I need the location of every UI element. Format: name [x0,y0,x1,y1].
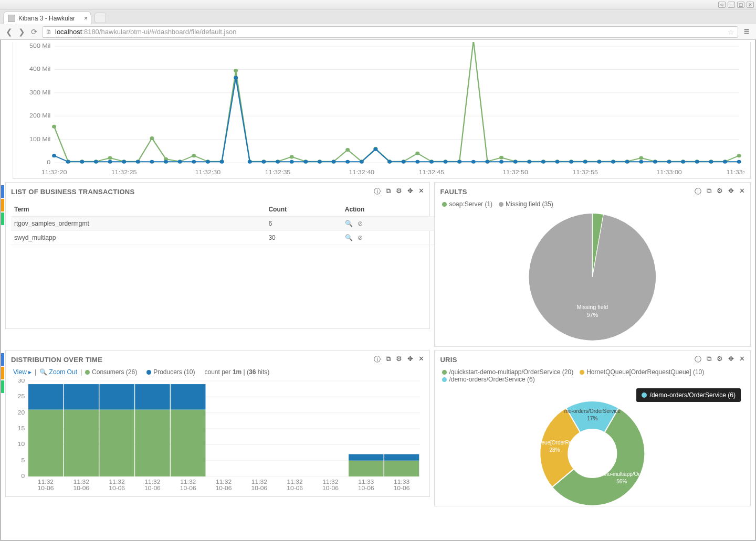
bookmark-star-icon[interactable]: ☆ [728,28,734,36]
svg-text:17%: 17% [587,416,598,421]
maximize-button[interactable]: ▢ [737,2,744,8]
copy-icon[interactable]: ⧉ [386,355,391,364]
gear-icon[interactable]: ⚙ [717,187,723,196]
svg-point-109 [569,160,573,164]
chart-uris-donut[interactable]: mo-multiapp/Or56%Queue[OrderReq28%mo-ord… [435,385,750,506]
svg-rect-167 [349,454,383,461]
view-link[interactable]: View ▸ [13,368,32,376]
svg-rect-147 [99,384,134,410]
svg-point-89 [290,160,294,164]
faults-legend: soap:Server (1)Missing field (35) [435,200,750,210]
gear-icon[interactable]: ⚙ [396,355,402,364]
svg-text:10-06: 10-06 [216,485,232,491]
copy-icon[interactable]: ⧉ [707,355,711,364]
legend-item[interactable]: Missing field (35) [499,200,553,208]
svg-point-84 [220,160,224,164]
page-icon: 🗎 [46,28,52,36]
th-action: Action [342,203,435,217]
svg-text:10-06: 10-06 [251,485,267,491]
url-bar[interactable]: 🗎 localhost:8180/hawkular/btm-ui/#/dashb… [42,26,738,38]
svg-point-74 [80,160,84,164]
browser-tab-strip: Kibana 3 - Hawkular × [0,9,756,24]
svg-point-121 [737,160,741,164]
minimize-button[interactable]: — [728,2,735,8]
svg-rect-143 [64,384,99,410]
svg-text:25: 25 [18,394,25,399]
close-icon[interactable]: ✕ [418,187,424,196]
distribution-toolbar: View ▸ | 🔍 Zoom Out | Consumers (26) Pro… [6,368,429,379]
close-window-button[interactable]: ✕ [747,2,754,8]
chart-top-timeseries[interactable]: 0100 Mil200 Mil300 Mil400 Mil500 Mil11:3… [18,42,745,178]
close-icon[interactable]: ✕ [739,355,745,364]
close-icon[interactable]: ✕ [418,355,424,364]
browser-nav-bar: ❮ ❯ ⟳ 🗎 localhost:8180/hawkular/btm-ui/#… [0,24,756,40]
panel-transactions: LIST OF BUSINESS TRANSACTIONS ⓘ ⧉ ⚙ ✥ ✕ … [5,182,430,329]
move-icon[interactable]: ✥ [407,355,413,364]
reload-button[interactable]: ⟳ [29,27,39,37]
forward-button[interactable]: ❯ [17,27,26,37]
svg-text:Missing field: Missing field [577,304,608,310]
svg-point-64 [639,156,643,160]
svg-text:10-06: 10-06 [144,485,161,491]
svg-rect-171 [384,454,419,461]
close-icon[interactable]: ✕ [739,187,745,196]
svg-point-108 [555,160,560,164]
back-button[interactable]: ❮ [4,27,14,37]
copy-icon[interactable]: ⧉ [707,187,711,196]
svg-point-88 [276,160,280,164]
search-icon[interactable]: 🔍 [345,220,353,227]
move-icon[interactable]: ✥ [728,187,734,196]
zoom-out-link[interactable]: 🔍 Zoom Out [39,368,77,376]
legend-producers[interactable]: Producers (10) [146,368,195,376]
hamburger-menu-button[interactable]: ≡ [741,26,752,37]
svg-text:11:32: 11:32 [287,479,303,484]
svg-text:11:32: 11:32 [144,479,160,484]
legend-item[interactable]: /demo-orders/OrderService (6) [442,376,534,383]
gear-icon[interactable]: ⚙ [396,187,402,196]
svg-text:11:33:00: 11:33:00 [656,169,682,175]
table-row[interactable]: rtgov_samples_ordermgmt 6 🔍 ⊘ [11,217,435,231]
move-icon[interactable]: ✥ [728,355,734,364]
svg-point-114 [639,160,643,164]
table-row[interactable]: swyd_multiapp 30 🔍 ⊘ [11,231,435,245]
browser-tab-active[interactable]: Kibana 3 - Hawkular × [3,12,91,24]
svg-text:300 Mil: 300 Mil [29,89,50,96]
svg-point-120 [723,160,727,164]
legend-item[interactable]: HornetQQueue[OrderRequestQueue] (10) [580,368,704,376]
legend-item[interactable]: soap:Server (1) [442,200,492,208]
th-term[interactable]: Term [11,203,265,217]
svg-point-54 [499,156,503,160]
svg-text:11:32:25: 11:32:25 [111,169,137,175]
ban-icon[interactable]: ⊘ [358,234,363,241]
svg-point-92 [332,160,336,164]
svg-point-106 [527,160,531,164]
svg-rect-142 [64,410,99,476]
dashboard-page: 0100 Mil200 Mil300 Mil400 Mil500 Mil11:3… [1,40,755,540]
copy-icon[interactable]: ⧉ [386,187,391,196]
svg-point-90 [303,160,308,164]
svg-point-95 [373,147,377,151]
info-icon[interactable]: ⓘ [695,187,701,196]
svg-text:5: 5 [22,457,25,463]
svg-text:97%: 97% [587,312,598,318]
svg-point-97 [402,160,406,164]
chart-faults-pie[interactable]: Missing field97% [435,210,750,346]
ban-icon[interactable]: ⊘ [358,220,363,227]
move-icon[interactable]: ✥ [407,187,413,196]
search-icon[interactable]: 🔍 [345,234,353,241]
legend-item[interactable]: /quickstart-demo-multiapp/OrderService (… [442,368,573,376]
gear-icon[interactable]: ⚙ [717,355,723,364]
svg-text:100 Mil: 100 Mil [29,135,50,142]
new-tab-button[interactable] [94,13,106,23]
info-icon[interactable]: ⓘ [695,355,701,364]
url-text: localhost:8180/hawkular/btm-ui/#/dashboa… [55,28,236,36]
svg-rect-138 [28,410,63,476]
info-icon[interactable]: ⓘ [374,355,381,364]
chart-distribution-bar[interactable]: 05101520253011:3210-0611:3210-0611:3210-… [11,379,424,494]
th-count[interactable]: Count [265,203,341,217]
legend-consumers[interactable]: Consumers (26) [85,368,137,376]
close-tab-button[interactable]: × [84,15,88,22]
info-icon[interactable]: ⓘ [374,187,381,196]
tab-title: Kibana 3 - Hawkular [18,15,75,22]
cell-term: rtgov_samples_ordermgmt [11,217,265,231]
